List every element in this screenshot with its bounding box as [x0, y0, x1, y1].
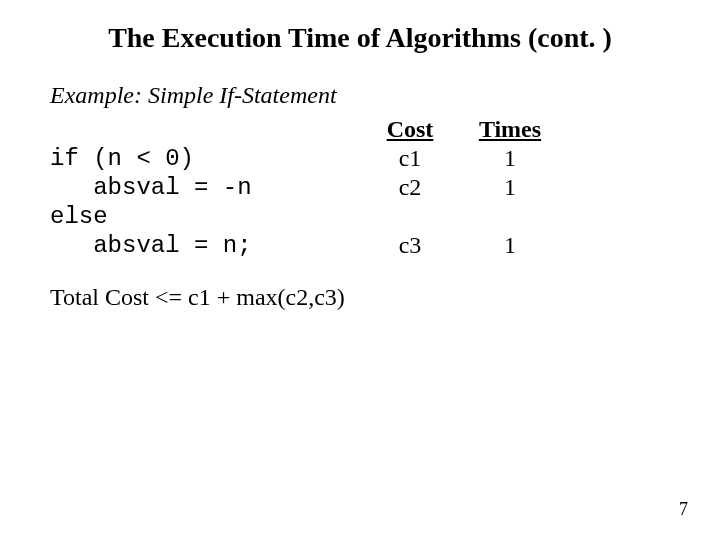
cost-cell: c1 [360, 144, 460, 173]
table-row: absval = -n c2 1 [50, 173, 560, 202]
cost-header: Cost [360, 115, 460, 144]
times-cell [460, 202, 560, 231]
times-cell: 1 [460, 173, 560, 202]
cost-cell: c3 [360, 231, 460, 260]
table-header-row: Cost Times [50, 115, 560, 144]
cost-cell: c2 [360, 173, 460, 202]
cost-table: Cost Times if (n < 0) c1 1 absval = -n c… [50, 115, 560, 260]
times-header: Times [460, 115, 560, 144]
code-cell: else [50, 202, 360, 231]
cost-cell [360, 202, 460, 231]
code-cell: absval = -n [50, 173, 360, 202]
slide: The Execution Time of Algorithms (cont. … [0, 0, 720, 311]
page-number: 7 [679, 499, 688, 520]
times-cell: 1 [460, 231, 560, 260]
slide-title: The Execution Time of Algorithms (cont. … [50, 22, 670, 54]
example-heading: Example: Simple If-Statement [50, 82, 670, 109]
table-row: else [50, 202, 560, 231]
times-cell: 1 [460, 144, 560, 173]
table-row: absval = n; c3 1 [50, 231, 560, 260]
code-cell: if (n < 0) [50, 144, 360, 173]
table-row: if (n < 0) c1 1 [50, 144, 560, 173]
total-cost: Total Cost <= c1 + max(c2,c3) [50, 284, 670, 311]
code-cell: absval = n; [50, 231, 360, 260]
